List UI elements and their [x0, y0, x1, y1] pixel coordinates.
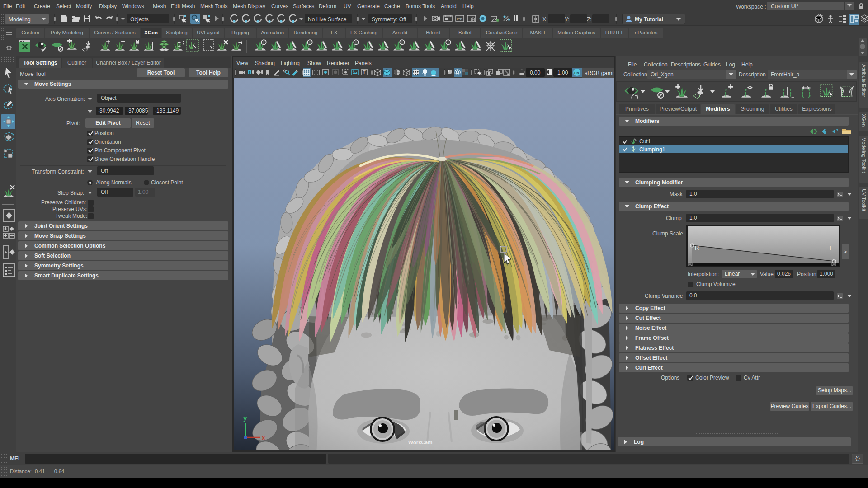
svg-text:sRGB gamma: sRGB gamma [585, 70, 614, 76]
svg-text:1.00: 1.00 [557, 70, 568, 76]
svg-text:IPR: IPR [457, 17, 463, 21]
svg-text:R: R [695, 244, 699, 251]
svg-text:WorkCam: WorkCam [408, 440, 432, 445]
svg-text:y: y [243, 414, 247, 422]
svg-text:T: T [363, 70, 365, 75]
svg-text:ON: ON [574, 71, 579, 75]
svg-text:x: x [262, 434, 265, 441]
svg-text:0.00: 0.00 [530, 70, 541, 76]
svg-text:T: T [829, 244, 832, 251]
